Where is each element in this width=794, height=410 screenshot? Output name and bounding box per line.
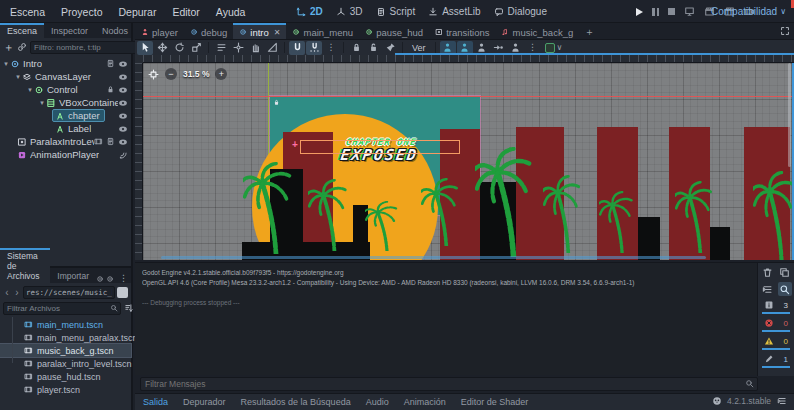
visibility-eye-icon[interactable] bbox=[118, 111, 128, 121]
workspace-dialogue[interactable]: Dialogue bbox=[494, 6, 547, 17]
scene-tab-music-back-g[interactable]: music_back_g bbox=[495, 25, 579, 39]
filter-warnings-toggle[interactable]: 0 bbox=[762, 335, 790, 350]
tree-row-label[interactable]: Label bbox=[0, 122, 131, 135]
tab-escena[interactable]: Escena bbox=[0, 23, 44, 38]
filter-editor-messages-toggle[interactable]: 1 bbox=[762, 353, 790, 368]
menu-depurar[interactable]: Depurar bbox=[118, 6, 156, 18]
pause-button[interactable] bbox=[652, 8, 659, 16]
back-icon[interactable]: ‹ bbox=[3, 287, 11, 298]
open-scene-icon[interactable] bbox=[94, 137, 103, 146]
menu-escena[interactable]: Escena bbox=[10, 6, 45, 18]
workspace-assetlib[interactable]: AssetLib bbox=[428, 6, 480, 17]
dock-float-icon[interactable] bbox=[96, 275, 104, 283]
visibility-eye-icon[interactable] bbox=[118, 72, 128, 82]
visibility-eye-icon[interactable] bbox=[118, 98, 128, 108]
scene-filter-input[interactable] bbox=[30, 41, 148, 54]
forward-icon[interactable]: › bbox=[13, 287, 21, 298]
menu-editor[interactable]: Editor bbox=[172, 6, 199, 18]
pan-tool-button[interactable] bbox=[247, 41, 263, 55]
visibility-eye-icon[interactable] bbox=[118, 59, 128, 69]
pivot-marker[interactable]: + bbox=[292, 140, 298, 150]
lock-selected-button[interactable] bbox=[348, 41, 364, 55]
search-output-button[interactable] bbox=[778, 282, 793, 296]
tree-row-control[interactable]: ▾ Control bbox=[0, 83, 131, 96]
filter-messages-toggle[interactable]: 3 bbox=[762, 299, 790, 314]
scene-tab-debug[interactable]: debug bbox=[184, 25, 233, 39]
tree-row-intro[interactable]: ▾ Intro bbox=[0, 57, 131, 70]
lock-icon[interactable] bbox=[106, 85, 115, 94]
scale-tool-button[interactable] bbox=[188, 41, 204, 55]
tab-audio[interactable]: Audio bbox=[366, 397, 389, 407]
collapse-arrow-icon[interactable]: ▾ bbox=[2, 60, 10, 68]
tab-depurador[interactable]: Depurador bbox=[183, 397, 226, 407]
view-menu[interactable]: Ver bbox=[407, 43, 431, 53]
smart-snap-toggle[interactable] bbox=[289, 41, 305, 55]
file-row[interactable]: player.tscn bbox=[0, 383, 131, 396]
tree-row-animationplayer[interactable]: AnimationPlayer bbox=[0, 148, 131, 161]
script-icon[interactable] bbox=[106, 137, 115, 146]
workspace-script[interactable]: Script bbox=[376, 6, 416, 17]
horizontal-scrollbar[interactable] bbox=[161, 256, 706, 259]
filter-errors-toggle[interactable]: 0 bbox=[762, 317, 790, 332]
tab-salida[interactable]: Salida bbox=[143, 397, 168, 407]
expand-viewport-icon[interactable] bbox=[780, 26, 790, 36]
workspace-2d[interactable]: 2D bbox=[296, 6, 323, 17]
copy-output-button[interactable] bbox=[778, 265, 793, 279]
add-scene-tab-button[interactable]: ＋ bbox=[579, 25, 599, 39]
tree-row-vboxcontainer[interactable]: ▾ VBoxContainer bbox=[0, 96, 131, 109]
zoom-in-button[interactable]: + bbox=[215, 68, 227, 80]
animation-active-icon[interactable] bbox=[118, 150, 128, 160]
file-row[interactable]: main_menu.tscn bbox=[0, 318, 131, 331]
add-node-button[interactable]: ＋ bbox=[3, 40, 14, 55]
dock-menu-icon[interactable]: ⋮ bbox=[116, 274, 131, 283]
zoom-level[interactable]: 31.5 % bbox=[183, 69, 209, 79]
visibility-eye-icon[interactable] bbox=[118, 137, 128, 147]
collapse-arrow-icon[interactable]: ▾ bbox=[14, 73, 22, 81]
move-tool-button[interactable] bbox=[154, 41, 170, 55]
current-path-field[interactable] bbox=[23, 286, 115, 299]
close-icon[interactable]: ✕ bbox=[274, 28, 281, 37]
snap-options-menu-icon[interactable]: ⋮ bbox=[323, 41, 339, 55]
clear-output-button[interactable] bbox=[760, 265, 775, 279]
workspace-3d[interactable]: 3D bbox=[336, 6, 363, 17]
tab-animacion[interactable]: Animación bbox=[404, 397, 446, 407]
rotate-tool-button[interactable] bbox=[171, 41, 187, 55]
tab-sistema-de-archivos[interactable]: Sistema de Archivos bbox=[0, 248, 50, 283]
tab-resultados-busqueda[interactable]: Resultados de la Búsqueda bbox=[241, 397, 351, 407]
file-row-selected[interactable]: music_back_g.tscn bbox=[0, 344, 131, 357]
play-button[interactable] bbox=[636, 8, 643, 16]
tree-row-canvaslayer[interactable]: ▾ CanvasLayer bbox=[0, 70, 131, 83]
menu-ayuda[interactable]: Ayuda bbox=[216, 6, 246, 18]
scene-tab-player[interactable]: player bbox=[135, 25, 184, 39]
grid-snap-toggle[interactable] bbox=[306, 41, 322, 55]
toggle-split-mode-button[interactable] bbox=[117, 287, 128, 298]
unlock-selected-button[interactable] bbox=[365, 41, 381, 55]
collapse-arrow-icon[interactable]: ▾ bbox=[38, 99, 46, 107]
file-filter-input[interactable] bbox=[3, 302, 121, 315]
scene-tab-transitions[interactable]: transitions bbox=[429, 25, 495, 39]
tab-nodos[interactable]: Nodos bbox=[95, 24, 135, 38]
canvas-2d[interactable]: CHAPTER ONE EXPOSED + − 31.5 % + bbox=[143, 63, 794, 260]
selection-rect[interactable] bbox=[300, 140, 460, 154]
remote-debug-icon[interactable] bbox=[684, 6, 695, 17]
file-row[interactable]: main_menu_paralax.tscn bbox=[0, 331, 131, 344]
edit-pivot-button[interactable] bbox=[230, 41, 246, 55]
toggle-bottom-panel-icon[interactable] bbox=[776, 395, 788, 407]
scene-tab-pause-hud[interactable]: pause_hud bbox=[359, 25, 429, 39]
ruler-tool-button[interactable] bbox=[264, 41, 280, 55]
tab-editor-shader[interactable]: Editor de Shader bbox=[461, 397, 529, 407]
sort-files-icon[interactable] bbox=[124, 303, 134, 313]
zoom-out-button[interactable]: − bbox=[165, 68, 177, 80]
horizontal-ruler[interactable] bbox=[143, 55, 794, 63]
scene-tab-main-menu[interactable]: main_menu bbox=[286, 25, 359, 39]
project-camera-override-dropdown[interactable]: ∨ bbox=[545, 43, 563, 53]
menu-proyecto[interactable]: Proyecto bbox=[61, 6, 102, 18]
tab-inspector[interactable]: Inspector bbox=[44, 24, 95, 38]
file-row[interactable]: paralax_intro_level.tscn bbox=[0, 357, 131, 370]
visibility-eye-icon[interactable] bbox=[118, 85, 128, 95]
select-tool-button[interactable] bbox=[137, 41, 153, 55]
visibility-eye-icon[interactable] bbox=[118, 124, 128, 134]
message-filter-input[interactable] bbox=[140, 377, 758, 391]
vertical-ruler[interactable] bbox=[135, 63, 143, 260]
scene-tab-intro[interactable]: intro✕ bbox=[233, 23, 286, 39]
